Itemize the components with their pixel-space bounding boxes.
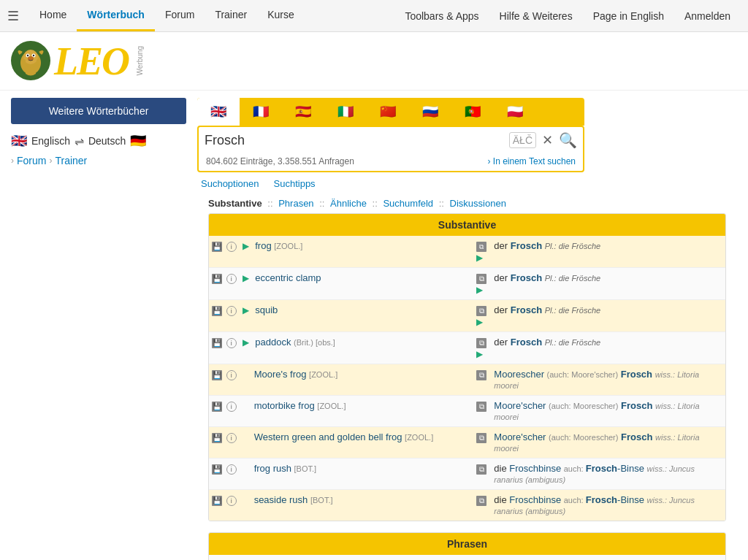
flag-tab-pl[interactable]: 🇵🇱 [494,98,536,126]
search-stats-row: 804.602 Einträge, 3.358.551 Anfragen In … [199,153,583,171]
de-compound-link2[interactable]: -Binse [617,494,644,505]
sidebar-forum-link[interactable]: Forum [17,155,46,166]
play-de-icon[interactable]: ▶ [476,349,486,359]
tab-diskussionen[interactable]: Diskussionen [450,198,506,209]
info-icon[interactable]: i [226,306,237,316]
flag-tab-fr[interactable]: 🇫🇷 [240,98,282,126]
nav-hilfe[interactable]: Hilfe & Weiteres [489,1,583,31]
en-word-link[interactable]: paddock [255,337,291,348]
nav-anmelden[interactable]: Anmelden [674,1,741,31]
info-icon[interactable]: i [226,433,237,443]
tab-suchumfeld[interactable]: Suchumfeld [383,198,433,209]
save-icon[interactable]: 💾 [212,338,222,348]
save-icon[interactable]: 💾 [212,274,222,284]
table-row: 💾 i ▶ squib ⧉ ▶ der Fr [209,300,725,332]
save-icon[interactable]: 💾 [212,496,222,506]
play-en-icon[interactable]: ▶ [243,305,253,315]
en-word-link[interactable]: frog rush [243,463,291,474]
en-word-link[interactable]: seaside rush [243,494,308,505]
sidebar-trainer-link[interactable]: Trainer [55,155,87,166]
nav-kurse[interactable]: Kurse [257,0,305,31]
info-icon[interactable]: i [226,496,237,506]
de-frosch-link[interactable]: Frosch [621,369,652,380]
en-word-link[interactable]: eccentric clamp [255,272,321,283]
en-word-link[interactable]: motorbike frog [243,400,315,411]
play-de-icon[interactable]: ▶ [476,317,486,327]
de-word-link[interactable]: Froschbinse [509,463,561,474]
special-chars-button[interactable]: ÄŁČ [509,132,536,148]
de-frosch-link[interactable]: Frosch [621,431,652,442]
play-en-icon[interactable]: ▶ [243,273,253,283]
en-word-link[interactable]: Western green and golden bell frog [243,431,402,442]
de-frosch-link[interactable]: Frosch [621,400,652,411]
de-word-link[interactable]: Moorescher [494,369,544,380]
copy-icon[interactable]: ⧉ [476,338,486,348]
nav-forum[interactable]: Forum [155,0,205,31]
weitere-woerterbucher-button[interactable]: Weitere Wörterbücher [11,98,186,124]
save-icon[interactable]: 💾 [212,370,222,380]
copy-icon[interactable]: ⧉ [476,274,486,284]
copy-icon[interactable]: ⧉ [476,464,486,475]
de-word-link[interactable]: Froschbinse [509,494,561,505]
de-plural: Pl.: die Frösche [545,306,600,315]
en-word-link[interactable]: squib [255,304,278,315]
de-word-link[interactable]: Moore'scher [494,400,546,411]
flag-tab-cn[interactable]: 🇨🇳 [367,98,409,126]
tab-aehnliche[interactable]: Ähnliche [330,198,367,209]
de-word-link[interactable]: Frosch [511,240,542,251]
row-en: ▶ frog [ZOOL.] [240,236,474,268]
info-icon[interactable]: i [226,338,237,348]
nav-home[interactable]: Home [29,0,77,31]
flag-tab-es[interactable]: 🇪🇸 [282,98,324,126]
flag-tab-en[interactable]: 🇬🇧 [197,98,240,126]
copy-icon[interactable]: ⧉ [476,306,486,316]
info-icon[interactable]: i [226,464,237,475]
en-word-link[interactable]: Moore's frog [243,369,307,380]
tab-phrasen[interactable]: Phrasen [278,198,313,209]
info-icon[interactable]: i [226,402,237,412]
de-compound-link[interactable]: Frosch [586,463,617,474]
de-plural: Pl.: die Frösche [545,274,600,283]
save-icon[interactable]: 💾 [212,306,222,316]
nav-english[interactable]: Page in English [583,1,674,31]
de-compound-link2[interactable]: -Binse [617,463,644,474]
copy-icon[interactable]: ⧉ [476,496,486,506]
suchtipps-link[interactable]: Suchtipps [274,178,316,189]
de-word-link[interactable]: Frosch [511,272,542,283]
copy-icon[interactable]: ⧉ [476,433,486,443]
tab-substantive[interactable]: Substantive [208,198,262,209]
suchoptionen-link[interactable]: Suchoptionen [201,178,259,189]
search-input[interactable] [205,133,509,148]
copy-icon[interactable]: ⧉ [476,370,486,380]
in-einem-text-suchen-link[interactable]: In einem Text suchen [487,156,576,166]
leo-logo-text[interactable]: LEO [54,42,129,81]
de-word-link[interactable]: Frosch [511,337,542,348]
hamburger-icon[interactable]: ☰ [7,8,19,24]
de-word-link[interactable]: Moore'scher [494,431,546,442]
nav-toolbars[interactable]: Toolbars & Apps [394,1,489,31]
flag-tab-it[interactable]: 🇮🇹 [324,98,367,126]
search-submit-icon[interactable]: 🔍 [559,131,577,149]
copy-icon[interactable]: ⧉ [476,242,486,252]
copy-icon[interactable]: ⧉ [476,402,486,412]
play-de-icon[interactable]: ▶ [476,253,486,263]
save-icon[interactable]: 💾 [212,242,222,252]
play-en-icon[interactable]: ▶ [243,337,253,348]
lang-switch-icon[interactable]: ⇌ [75,134,84,148]
nav-woerterbuch[interactable]: Wörterbuch [77,0,155,31]
info-icon[interactable]: i [226,274,237,284]
en-word-link[interactable]: frog [255,240,271,251]
play-en-icon[interactable]: ▶ [243,241,253,251]
flag-tab-pt[interactable]: 🇵🇹 [451,98,494,126]
de-compound-link[interactable]: Frosch [586,494,617,505]
info-icon[interactable]: i [226,242,237,252]
flag-tab-ru[interactable]: 🇷🇺 [409,98,451,126]
play-de-icon[interactable]: ▶ [476,285,486,295]
clear-search-icon[interactable]: ✕ [542,132,553,148]
nav-trainer[interactable]: Trainer [205,0,257,31]
de-word-link[interactable]: Frosch [511,304,542,315]
save-icon[interactable]: 💾 [212,433,222,443]
save-icon[interactable]: 💾 [212,464,222,475]
info-icon[interactable]: i [226,370,237,380]
save-icon[interactable]: 💾 [212,402,222,412]
